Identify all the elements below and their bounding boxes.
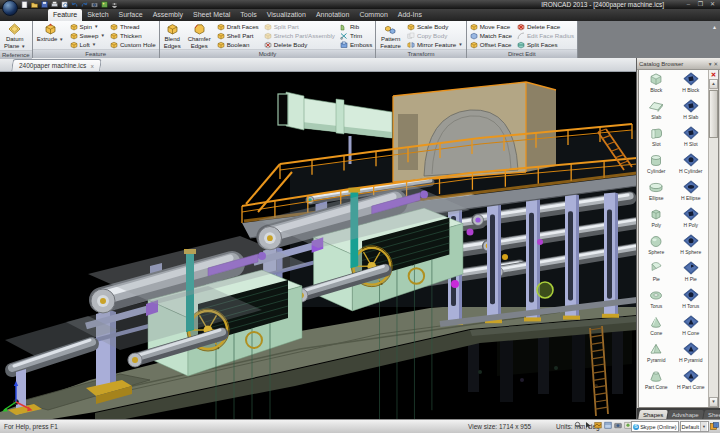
camera-icon[interactable] — [90, 1, 98, 8]
thicken-button[interactable]: Thicken — [109, 31, 157, 40]
pin-icon[interactable]: ▾ — [709, 61, 712, 67]
undo-icon[interactable] — [70, 1, 78, 8]
draft-faces-button[interactable]: Draft Faces — [216, 22, 260, 31]
render-mode-icon[interactable] — [594, 421, 602, 431]
shell-part-button[interactable]: Shell Part — [216, 31, 260, 40]
delete-body-button[interactable]: Delete Body — [263, 40, 336, 49]
tab-surface[interactable]: Surface — [114, 9, 148, 21]
spin-button[interactable]: Spin▼ — [69, 22, 106, 31]
tab-common[interactable]: Common — [354, 9, 392, 21]
scroll-thumb[interactable] — [709, 90, 718, 138]
custom-hole-button[interactable]: Custom Hole — [109, 40, 157, 49]
catalog-item-h-slot[interactable]: H Slot — [674, 126, 709, 153]
catalog-item-cone[interactable]: Cone — [639, 315, 674, 342]
render-style-combo[interactable]: Default ▼ — [680, 421, 709, 432]
select-icon[interactable] — [584, 421, 592, 431]
catalog-close-icon[interactable]: ✕ — [709, 70, 718, 79]
catalog-item-ellipse[interactable]: Ellipse — [639, 180, 674, 207]
minimize-button[interactable]: – — [683, 1, 694, 8]
save-icon[interactable] — [40, 1, 48, 8]
delete-face-button[interactable]: Delete Face — [516, 22, 575, 31]
catalog-item-h-pie[interactable]: H Pie — [674, 261, 709, 288]
sweep-button[interactable]: Sweep▼ — [69, 31, 106, 40]
scroll-track[interactable] — [709, 89, 718, 397]
trim-button[interactable]: Trim — [339, 31, 373, 40]
tab-feature[interactable]: Feature — [48, 9, 82, 21]
open-icon[interactable] — [30, 1, 38, 8]
catalog-item-h-pyramid[interactable]: H Pyramid — [674, 342, 709, 369]
zoom-icon[interactable] — [574, 421, 582, 431]
catalog-item-h-part-cone[interactable]: H Part Cone — [674, 369, 709, 396]
thread-button[interactable]: Thread — [109, 22, 157, 31]
blend-edges-button[interactable]: BlendEdges — [162, 22, 183, 49]
restore-button[interactable]: ❐ — [695, 1, 706, 8]
catalog-item-pie[interactable]: Pie — [639, 261, 674, 288]
camera-icon[interactable] — [614, 421, 622, 431]
boolean-button[interactable]: Boolean — [216, 40, 260, 49]
render-icon[interactable] — [100, 1, 108, 8]
catalog-item-h-slab[interactable]: H Slab — [674, 99, 709, 126]
extrude-button[interactable]: Extrude ▼ — [35, 22, 66, 49]
panel-close-icon[interactable]: ✕ — [713, 61, 718, 67]
split-faces-button[interactable]: Split Faces — [516, 40, 575, 49]
catalog-item-h-poly[interactable]: H Poly — [674, 207, 709, 234]
scroll-up-icon[interactable]: ▲ — [709, 79, 718, 89]
mirror-feature-button[interactable]: Mirror Feature▼ — [406, 40, 464, 49]
customize-arrow-icon[interactable] — [110, 1, 118, 8]
loft-button[interactable]: Loft▼ — [69, 40, 106, 49]
ribbon-collapse-icon[interactable]: ▴ — [713, 23, 716, 30]
emboss-button[interactable]: Emboss — [339, 40, 373, 49]
tab-tools[interactable]: Tools — [235, 9, 261, 21]
catalog-item-slab[interactable]: Slab — [639, 99, 674, 126]
window-icon[interactable] — [604, 421, 612, 431]
viewport-3d-scene[interactable] — [0, 72, 637, 421]
tab-visualization[interactable]: Visualization — [262, 9, 311, 21]
catalog-item-h-ellipse[interactable]: H Ellipse — [674, 180, 709, 207]
stretch-part-button[interactable]: Stretch Part/Assembly — [263, 31, 336, 40]
catalog-item-h-sphere[interactable]: H Sphere — [674, 234, 709, 261]
new-icon[interactable] — [20, 1, 28, 8]
document-tab[interactable]: 2400paper machine.ics x — [11, 59, 102, 71]
catalog-browser-header[interactable]: Catalog Browser ▾ ✕ — [637, 58, 720, 70]
catalog-item-part-cone[interactable]: Part Cone — [639, 369, 674, 396]
redo-icon[interactable] — [80, 1, 88, 8]
catalog-item-pyramid[interactable]: Pyramid — [639, 342, 674, 369]
chamfer-edges-button[interactable]: ChamferEdges — [186, 22, 213, 49]
catalog-item-sphere[interactable]: Sphere — [639, 234, 674, 261]
print-icon[interactable] — [50, 1, 58, 8]
app-menu-button[interactable] — [2, 0, 18, 16]
offset-face-button[interactable]: Offset Face — [469, 40, 513, 49]
tab-assembly[interactable]: Assembly — [148, 9, 188, 21]
tab-sheet-metal[interactable]: Sheet Metal — [188, 9, 235, 21]
catalog-item-poly[interactable]: Poly — [639, 207, 674, 234]
document-tab-close-icon[interactable]: x — [91, 63, 94, 69]
scroll-down-icon[interactable]: ▼ — [709, 397, 718, 407]
tab-annotation[interactable]: Annotation — [311, 9, 354, 21]
catalog-item-h-torus[interactable]: H Torus — [674, 288, 709, 315]
catalog-item-torus[interactable]: Torus — [639, 288, 674, 315]
config-tool-icon[interactable] — [710, 422, 719, 431]
scale-body-button[interactable]: Scale Body — [406, 22, 464, 31]
edit-face-radius-button[interactable]: Edit Face Radius — [516, 31, 575, 40]
rib-button[interactable]: Rib — [339, 22, 373, 31]
close-button[interactable]: ✕ — [707, 1, 718, 8]
tab-sketch[interactable]: Sketch — [82, 9, 113, 21]
match-face-button[interactable]: Match Face — [469, 31, 513, 40]
catalog-item-cylinder[interactable]: Cylinder — [639, 153, 674, 180]
catalog-item-h-cylinder[interactable]: H Cylinder — [674, 153, 709, 180]
catalog-item-slot[interactable]: Slot — [639, 126, 674, 153]
copy-body-button[interactable]: Copy Body — [406, 31, 464, 40]
catalog-scrollbar[interactable]: ✕ ▲ ▼ — [708, 70, 718, 407]
datum-plane-button[interactable]: DatumPlane ▼ — [2, 22, 27, 50]
split-part-button[interactable]: Split Part — [263, 22, 336, 31]
skype-combo[interactable]: S Skype (Online) — [631, 421, 678, 432]
preview-icon[interactable] — [60, 1, 68, 8]
catalog-item-h-cone[interactable]: H Cone — [674, 315, 709, 342]
render-style-dropdown-icon[interactable]: ▼ — [700, 422, 707, 431]
pattern-feature-button[interactable]: PatternFeature — [378, 22, 403, 49]
tab-add-ins[interactable]: Add-Ins — [393, 9, 427, 21]
catalog-item-h-block[interactable]: H Block — [674, 72, 709, 99]
catalog-item-block[interactable]: Block — [639, 72, 674, 99]
move-face-button[interactable]: Move Face — [469, 22, 513, 31]
viewport[interactable] — [0, 71, 637, 421]
